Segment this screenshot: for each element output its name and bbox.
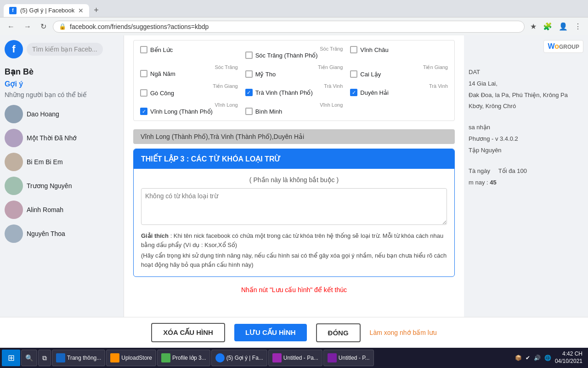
start-button[interactable]: ⊞ <box>2 350 20 366</box>
browser-controls: ← → ↻ 🔒 facebook.com/friends/suggestions… <box>0 17 588 35</box>
friend-item[interactable]: Trương Nguyên <box>5 174 119 198</box>
friends-list: Dao Hoang Một Thời Đã Nhớ Bi Em Bi Em Tr… <box>5 102 119 246</box>
explanation-text: : Khi tên nick facebook có chứa một tron… <box>141 232 443 248</box>
friend-item[interactable]: Alinh Romah <box>5 198 119 222</box>
profile-icon <box>161 353 170 362</box>
setup-header-text: THIẾT LẬP 3 : CÁC TỪ KHÓA LOẠI TRỪ <box>141 155 281 163</box>
taskbar-upload-store-label: UploadStore <box>121 355 152 361</box>
taskbar-profile-label: Profile lớp 3... <box>172 355 206 361</box>
date-display: 04/10/2021 <box>555 358 582 365</box>
refresh-button[interactable]: ↻ <box>38 20 49 33</box>
group-text: GROUP <box>559 44 579 50</box>
avatar <box>5 224 23 243</box>
right-content-item: sa nhận <box>469 123 583 132</box>
taskbar-profile[interactable]: Profile lớp 3... <box>157 350 210 366</box>
right-content-item: Tập Nguyên <box>469 146 583 155</box>
tab-title: (5) Gợi ý | Facebook <box>20 7 74 14</box>
checkbox-duyen-hai[interactable]: ✓ <box>350 89 357 96</box>
avatar <box>5 177 23 195</box>
taskbar-untitled-pa[interactable]: Untitled - Pa... <box>268 350 322 366</box>
taskbar-taskview[interactable]: ⧉ <box>38 350 51 366</box>
search-bar[interactable]: Tìm kiếm bạn Faceb... <box>27 43 103 56</box>
friend-name: Bi Em Bi Em <box>27 158 63 166</box>
right-content-item: 14 Gia Lai, <box>469 79 583 89</box>
action-bar: XÓA CẤU HÌNH LƯU CẤU HÌNH ĐÓNG Làm xong … <box>0 317 588 348</box>
city-name: Mỹ Tho <box>255 71 276 78</box>
city-name: Cai Lậy <box>360 71 381 78</box>
forward-button[interactable]: → <box>21 21 34 33</box>
right-content-item: Kbơy, Krông Chró <box>469 102 583 111</box>
taskbar-trang-thong[interactable]: Trang thông... <box>52 350 105 366</box>
tab-close-button[interactable]: ✕ <box>78 7 84 14</box>
back-button[interactable]: ← <box>5 21 17 33</box>
taskview-icon: ⧉ <box>42 354 47 362</box>
bottom-note: Nhấn nút "Lưu cấu hình" để kết thúc <box>124 282 464 298</box>
taskbar-facebook[interactable]: (5) Gợi ý | Fa... <box>211 350 267 366</box>
right-content-item: Tà ngày Tối đa 100 <box>469 167 583 176</box>
checkbox-tra-vinh-tp[interactable]: ✓ <box>245 89 253 96</box>
friends-label: Bạn Bè <box>5 67 119 77</box>
browser-actions: ★ 🧩 👤 ⋮ <box>528 20 583 33</box>
checkbox-nga-nam[interactable] <box>140 70 147 77</box>
checkbox-my-tho[interactable] <box>245 70 253 78</box>
city-name: Bình Minh <box>255 108 283 115</box>
friend-name: Một Thời Đã Nhớ <box>27 134 77 142</box>
o-text: o <box>554 42 559 50</box>
location-placeholder <box>347 100 451 117</box>
checkbox-section: Bến Lức Sóc Trăng Sóc Trăng (Thành Phố) <box>124 35 464 126</box>
new-tab-button[interactable]: + <box>90 4 102 17</box>
region-tag: Tiền Giang <box>245 64 343 70</box>
location-item: Tiền Giang Gò Công <box>137 81 241 98</box>
star-button[interactable]: ★ <box>528 20 538 33</box>
untitled-p-icon <box>328 353 337 362</box>
region-tag: Tiền Giang <box>350 64 448 70</box>
taskbar-untitled-p[interactable]: Untitled - P... <box>323 350 374 366</box>
checkbox-cai-lay[interactable] <box>350 70 357 78</box>
checkbox-vinh-long-tp[interactable]: ✓ <box>140 108 147 115</box>
friend-name: Nguyên Thoa <box>27 230 65 237</box>
friend-item[interactable]: Nguyên Thoa <box>5 222 119 246</box>
goi-y-label[interactable]: Gợi ý <box>5 80 119 88</box>
friend-item[interactable]: Dao Hoang <box>5 102 119 126</box>
lock-icon: 🔒 <box>59 23 66 30</box>
search-icon: 🔍 <box>25 354 33 362</box>
setup-section-3: THIẾT LẬP 3 : CÁC TỪ KHÓA LOẠI TRỪ ( Phầ… <box>133 149 455 277</box>
checkbox-vinh-chau[interactable] <box>350 46 357 53</box>
explanation-label: Giải thích <box>141 232 169 239</box>
luu-cau-hinh-button[interactable]: LƯU CẤU HÌNH <box>234 324 307 341</box>
xoa-cau-hinh-button[interactable]: XÓA CẤU HÌNH <box>151 323 225 342</box>
keyword-textarea[interactable] <box>141 188 447 225</box>
extension-button[interactable]: 🧩 <box>541 20 554 33</box>
facebook-logo: f <box>5 40 23 58</box>
checkbox-soc-trang-tp[interactable] <box>245 52 253 59</box>
friend-item[interactable]: Một Thời Đã Nhớ <box>5 126 119 150</box>
reminder-button[interactable]: Làm xong nhớ bấm lưu <box>370 329 437 336</box>
checkbox-binh-minh[interactable] <box>245 108 253 115</box>
region-tag: Vĩnh Long <box>140 102 238 108</box>
menu-button[interactable]: ⋮ <box>572 20 583 33</box>
upload-store-icon <box>110 353 119 362</box>
taskbar-untitled-p-label: Untitled - P... <box>339 355 370 361</box>
friend-name: Trương Nguyên <box>27 182 72 190</box>
taskbar-upload-store[interactable]: UploadStore <box>106 350 156 366</box>
avatar <box>5 201 23 219</box>
dong-button[interactable]: ĐÓNG <box>316 323 361 342</box>
friend-item[interactable]: Bi Em Bi Em <box>5 150 119 174</box>
taskbar-facebook-label: (5) Gợi ý | Fa... <box>226 355 263 361</box>
optional-note: ( Phần này là không bắt buộc ) <box>141 176 447 184</box>
profile-button[interactable]: 👤 <box>557 20 570 33</box>
avatar <box>5 105 23 123</box>
region-tag: Sóc Trăng <box>245 46 343 52</box>
address-bar[interactable]: 🔒 facebook.com/friends/suggestions?actio… <box>53 21 525 33</box>
active-tab[interactable]: f (5) Gợi ý | Facebook ✕ <box>4 4 89 17</box>
selected-locations-bar: Vĩnh Long (Thành Phố),Trà Vinh (Thành Ph… <box>133 129 455 144</box>
setup-header: THIẾT LẬP 3 : CÁC TỪ KHÓA LOẠI TRỪ <box>134 149 454 169</box>
checkbox-ben-luc[interactable] <box>140 46 147 53</box>
region-tag: Tiền Giang <box>140 83 238 89</box>
taskbar-untitled-pa-label: Untitled - Pa... <box>283 355 318 361</box>
city-name: Ngã Năm <box>150 70 175 77</box>
volume-icon: 🔊 <box>534 355 541 361</box>
location-grid: Bến Lức Sóc Trăng Sóc Trăng (Thành Phố) <box>133 40 455 121</box>
taskbar-search[interactable]: 🔍 <box>21 350 37 366</box>
checkbox-go-cong[interactable] <box>140 89 147 97</box>
